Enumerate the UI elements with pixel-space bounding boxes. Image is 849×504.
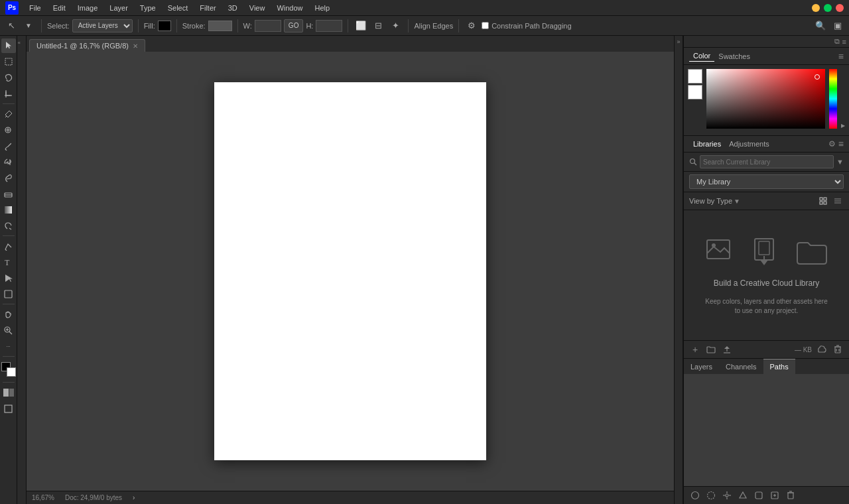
pen-tool[interactable] — [1, 239, 16, 253]
hand-tool[interactable] — [1, 307, 16, 322]
color-panel-header: Color Swatches ≡ — [684, 48, 849, 65]
width-input[interactable] — [255, 20, 281, 32]
crop-tool[interactable] — [1, 86, 16, 101]
canvas-tab-untitled[interactable]: Untitled-1 @ 16,7% (RGB/8) ✕ — [29, 39, 145, 52]
active-layers-select[interactable]: Active Layers All Layers — [72, 19, 133, 32]
libraries-menu-icon[interactable]: ≡ — [838, 139, 844, 149]
height-input[interactable] — [316, 20, 342, 32]
paths-settings-icon[interactable] — [721, 489, 733, 501]
constrain-checkbox[interactable] — [482, 22, 489, 29]
color-fg-bg-swatches — [688, 69, 702, 129]
menu-select[interactable]: Select — [163, 3, 194, 13]
maximize-button[interactable] — [824, 4, 832, 12]
delete-icon[interactable] — [832, 344, 844, 355]
fill-swatch[interactable] — [158, 21, 171, 31]
transform-icon[interactable]: ⬜ — [354, 19, 368, 33]
swatches-tab[interactable]: Swatches — [714, 51, 754, 62]
color-tab[interactable]: Color — [689, 50, 714, 62]
menu-file[interactable]: File — [24, 3, 46, 13]
tool-option-icon[interactable]: ▼ — [21, 19, 36, 33]
view-by-toggle-icon[interactable]: ▼ — [734, 198, 740, 205]
screen-mode-btn[interactable] — [1, 401, 16, 416]
paths-new-path-icon[interactable] — [769, 489, 781, 501]
menu-view[interactable]: View — [244, 3, 271, 13]
menu-window[interactable]: Window — [271, 3, 308, 13]
hue-strip[interactable] — [829, 69, 837, 129]
history-brush-tool[interactable] — [1, 170, 16, 185]
svg-line-6 — [5, 116, 7, 117]
left-collapse-btn[interactable]: « — [18, 40, 26, 48]
panel-icon-b[interactable]: ≡ — [842, 38, 846, 46]
lasso-tool[interactable] — [1, 70, 16, 85]
brush-tool[interactable] — [1, 139, 16, 153]
arrange-icon[interactable]: ✦ — [388, 19, 403, 33]
canvas-content[interactable] — [27, 52, 674, 491]
more-tools[interactable]: ··· — [1, 339, 16, 353]
library-image-icon — [704, 235, 739, 269]
hue-arrow-icon[interactable]: ▶ — [841, 123, 845, 129]
close-tab-icon[interactable]: ✕ — [133, 42, 138, 50]
settings-icon[interactable]: ⚙ — [464, 19, 479, 33]
paths-shape-icon[interactable] — [753, 489, 765, 501]
view-mode-icon[interactable]: ▣ — [830, 19, 845, 33]
menu-image[interactable]: Image — [72, 3, 103, 13]
gradient-tool[interactable] — [1, 202, 16, 217]
menu-edit[interactable]: Edit — [48, 3, 71, 13]
channels-tab[interactable]: Channels — [719, 359, 763, 374]
eyedropper-tool[interactable] — [1, 107, 16, 121]
list-view-btn[interactable] — [832, 195, 844, 207]
paths-circle-icon[interactable] — [689, 489, 701, 501]
color-panel-menu-icon[interactable]: ≡ — [838, 51, 844, 62]
menu-layer[interactable]: Layer — [104, 3, 133, 13]
healing-tool[interactable] — [1, 123, 16, 137]
svg-rect-15 — [5, 206, 12, 214]
foreground-background-colors[interactable] — [1, 362, 16, 377]
menu-type[interactable]: Type — [135, 3, 161, 13]
quick-mask-btn[interactable] — [1, 385, 16, 400]
menu-filter[interactable]: Filter — [194, 3, 221, 13]
new-folder-icon[interactable] — [705, 344, 717, 355]
search-icon[interactable]: 🔍 — [813, 19, 828, 33]
blur-tool[interactable] — [1, 218, 16, 233]
libraries-settings-icon[interactable]: ⚙ — [828, 139, 836, 149]
stroke-swatch[interactable] — [208, 21, 232, 31]
grid-view-btn[interactable] — [817, 195, 829, 207]
paths-anchor-icon[interactable] — [737, 489, 749, 501]
marquee-tool[interactable] — [1, 54, 16, 69]
path-selection-tool[interactable] — [1, 271, 16, 285]
right-collapse-btn[interactable]: » — [677, 38, 680, 45]
eraser-tool[interactable] — [1, 186, 16, 201]
svg-rect-39 — [759, 241, 769, 255]
svg-rect-24 — [3, 389, 9, 397]
paths-delete-icon[interactable] — [785, 489, 797, 501]
menu-help[interactable]: Help — [310, 3, 336, 13]
paths-dashed-circle-icon[interactable] — [705, 489, 717, 501]
close-button[interactable] — [836, 4, 844, 12]
add-item-icon[interactable]: + — [689, 344, 701, 355]
align-icon[interactable]: ⊟ — [371, 19, 385, 33]
type-tool[interactable]: T — [1, 255, 16, 269]
libraries-tab[interactable]: Libraries — [689, 139, 725, 149]
upload-icon[interactable] — [721, 344, 733, 355]
status-arrow[interactable]: › — [133, 494, 135, 501]
layers-tab[interactable]: Layers — [684, 359, 719, 374]
panel-icon-a[interactable]: ⧉ — [834, 37, 840, 46]
bg-color-swatch[interactable] — [688, 85, 702, 99]
library-name-select[interactable]: My Library — [689, 174, 844, 189]
fg-color-swatch[interactable] — [688, 69, 702, 84]
minimize-button[interactable] — [812, 4, 820, 12]
color-picker-gradient[interactable] — [706, 69, 825, 129]
library-search-input[interactable] — [700, 155, 834, 168]
paths-tab[interactable]: Paths — [763, 359, 795, 374]
background-color[interactable] — [7, 367, 16, 377]
shape-tool[interactable] — [1, 286, 16, 301]
menu-3d[interactable]: 3D — [223, 3, 243, 13]
go-button[interactable]: GO — [284, 19, 304, 32]
select-tool-icon[interactable]: ↖ — [4, 19, 19, 33]
adjustments-tab[interactable]: Adjustments — [725, 139, 773, 149]
cloud-sync-icon[interactable] — [816, 344, 828, 355]
zoom-tool[interactable] — [1, 323, 16, 338]
search-dropdown-icon[interactable]: ▼ — [836, 158, 844, 166]
clone-stamp-tool[interactable] — [1, 155, 16, 169]
move-tool[interactable] — [1, 38, 16, 53]
